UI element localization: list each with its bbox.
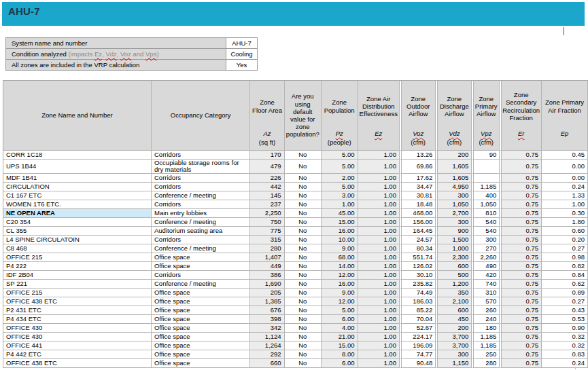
- cell-occupancy[interactable]: Office space: [152, 253, 250, 262]
- column-header-default-population[interactable]: Are you using default value for zone pop…: [285, 81, 322, 151]
- cell-floor-area[interactable]: 442: [250, 183, 284, 191]
- cell-secondary-recirculation-fraction[interactable]: 0.75: [500, 151, 542, 160]
- cell-primary-airflow[interactable]: 420: [472, 271, 500, 280]
- cell-primary-air-fraction[interactable]: 0.20: [542, 236, 588, 244]
- cell-floor-area[interactable]: 280: [250, 244, 284, 253]
- cell-zone-name[interactable]: P2 431 ETC: [3, 306, 152, 315]
- cell-floor-area[interactable]: 398: [250, 315, 284, 324]
- cell-population[interactable]: 68.00: [322, 253, 358, 262]
- cell-default-population[interactable]: No: [285, 280, 322, 289]
- cell-zone-name[interactable]: OFFICE 438 ETC: [3, 297, 152, 306]
- cell-air-distribution-effectiveness[interactable]: 1.00: [358, 236, 400, 244]
- cell-floor-area[interactable]: 2,250: [250, 209, 284, 218]
- cell-discharge-airflow[interactable]: 200: [436, 151, 472, 160]
- cell-occupancy[interactable]: Corridors: [152, 174, 250, 183]
- cell-primary-airflow[interactable]: 570: [472, 297, 500, 306]
- cell-floor-area[interactable]: 386: [250, 271, 284, 280]
- cell-primary-air-fraction[interactable]: 0.32: [542, 341, 588, 350]
- cell-floor-area[interactable]: 775: [250, 227, 284, 236]
- cell-default-population[interactable]: No: [285, 289, 322, 297]
- system-name-label-cell[interactable]: System name and number: [6, 38, 226, 49]
- cell-occupancy[interactable]: Office space: [152, 333, 250, 341]
- cell-secondary-recirculation-fraction[interactable]: 0.75: [500, 297, 542, 306]
- cell-secondary-recirculation-fraction[interactable]: 0.75: [500, 359, 542, 368]
- cell-floor-area[interactable]: 205: [250, 289, 284, 297]
- cell-air-distribution-effectiveness[interactable]: 1.00: [358, 262, 400, 271]
- cell-primary-air-fraction[interactable]: 0.27: [542, 244, 588, 253]
- cell-discharge-airflow[interactable]: 600: [436, 306, 472, 315]
- cell-occupancy[interactable]: Office space: [152, 341, 250, 350]
- cell-outdoor-airflow[interactable]: 74.77: [400, 350, 436, 359]
- cell-primary-air-fraction[interactable]: 0.24: [542, 359, 588, 368]
- cell-discharge-airflow[interactable]: 200: [436, 324, 472, 333]
- cell-default-population[interactable]: No: [285, 200, 322, 209]
- cell-zone-name[interactable]: L4 SPINE CIRCULATOIN: [3, 236, 152, 244]
- cell-primary-airflow[interactable]: 540: [472, 227, 500, 236]
- cell-default-population[interactable]: No: [285, 359, 322, 368]
- cell-population[interactable]: 5.00: [322, 160, 358, 174]
- cell-secondary-recirculation-fraction[interactable]: 0.75: [500, 350, 542, 359]
- cell-air-distribution-effectiveness[interactable]: 1.00: [358, 271, 400, 280]
- cell-population[interactable]: 21.00: [322, 333, 358, 341]
- cell-default-population[interactable]: No: [285, 183, 322, 191]
- cell-secondary-recirculation-fraction[interactable]: 0.75: [500, 271, 542, 280]
- cell-primary-airflow[interactable]: 1,185: [472, 333, 500, 341]
- cell-secondary-recirculation-fraction[interactable]: 0.75: [500, 333, 542, 341]
- cell-default-population[interactable]: No: [285, 297, 322, 306]
- cell-air-distribution-effectiveness[interactable]: 1.00: [358, 359, 400, 368]
- cell-secondary-recirculation-fraction[interactable]: 0.75: [500, 227, 542, 236]
- cell-floor-area[interactable]: 145: [250, 191, 284, 200]
- cell-default-population[interactable]: No: [285, 341, 322, 350]
- cell-default-population[interactable]: No: [285, 236, 322, 244]
- cell-primary-air-fraction[interactable]: 0.82: [542, 262, 588, 271]
- cell-primary-air-fraction[interactable]: 1.33: [542, 191, 588, 200]
- cell-population[interactable]: 6.00: [322, 315, 358, 324]
- cell-air-distribution-effectiveness[interactable]: 1.00: [358, 306, 400, 315]
- cell-population[interactable]: 45.00: [322, 209, 358, 218]
- cell-discharge-airflow[interactable]: 300: [436, 218, 472, 227]
- cell-primary-air-fraction[interactable]: 0.60: [542, 227, 588, 236]
- column-header-air-distribution-effectiveness[interactable]: Zone Air Distribution EffectivenessEz: [358, 81, 400, 151]
- cell-occupancy[interactable]: Office space: [152, 306, 250, 315]
- cell-default-population[interactable]: No: [285, 262, 322, 271]
- cell-air-distribution-effectiveness[interactable]: 1.00: [358, 191, 400, 200]
- cell-air-distribution-effectiveness[interactable]: 1.00: [358, 341, 400, 350]
- cell-discharge-airflow[interactable]: 500: [436, 271, 472, 280]
- cell-occupancy[interactable]: Corridors: [152, 151, 250, 160]
- cell-discharge-airflow[interactable]: 300: [436, 350, 472, 359]
- cell-discharge-airflow[interactable]: 1,000: [436, 244, 472, 253]
- cell-zone-name[interactable]: WOMEN 1T6 ETC.: [3, 200, 152, 209]
- cell-population[interactable]: 15.00: [322, 341, 358, 350]
- cell-default-population[interactable]: No: [285, 191, 322, 200]
- cell-primary-airflow[interactable]: [472, 160, 500, 174]
- cell-primary-airflow[interactable]: 270: [472, 244, 500, 253]
- cell-primary-airflow[interactable]: 240: [472, 315, 500, 324]
- cell-outdoor-airflow[interactable]: 18.48: [400, 200, 436, 209]
- cell-primary-airflow[interactable]: 2,260: [472, 253, 500, 262]
- cell-default-population[interactable]: No: [285, 218, 322, 227]
- cell-floor-area[interactable]: 226: [250, 174, 284, 183]
- cell-population[interactable]: 5.00: [322, 151, 358, 160]
- column-header-primary-air-fraction[interactable]: Zone Primary Air FractionEp: [542, 81, 588, 151]
- cell-floor-area[interactable]: 237: [250, 200, 284, 209]
- cell-population[interactable]: 3.00: [322, 191, 358, 200]
- cell-floor-area[interactable]: 315: [250, 236, 284, 244]
- cell-occupancy[interactable]: Conference / meeting: [152, 218, 250, 227]
- cell-secondary-recirculation-fraction[interactable]: 0.75: [500, 262, 542, 271]
- cell-zone-name[interactable]: MDF 1B41: [3, 174, 152, 183]
- cell-occupancy[interactable]: Office space: [152, 350, 250, 359]
- cell-air-distribution-effectiveness[interactable]: 1.00: [358, 289, 400, 297]
- cell-air-distribution-effectiveness[interactable]: 1.00: [358, 209, 400, 218]
- cell-secondary-recirculation-fraction[interactable]: 0.75: [500, 183, 542, 191]
- cell-outdoor-airflow[interactable]: 186.03: [400, 297, 436, 306]
- cell-outdoor-airflow[interactable]: 156.00: [400, 218, 436, 227]
- column-header-secondary-recirculation-fraction[interactable]: Zone Secondary Recirculation FractionEr: [500, 81, 542, 151]
- cell-air-distribution-effectiveness[interactable]: 1.00: [358, 227, 400, 236]
- cell-secondary-recirculation-fraction[interactable]: 0.75: [500, 315, 542, 324]
- cell-primary-air-fraction[interactable]: 0.84: [542, 271, 588, 280]
- cell-outdoor-airflow[interactable]: 30.81: [400, 191, 436, 200]
- cell-primary-air-fraction[interactable]: 0.30: [542, 209, 588, 218]
- cell-default-population[interactable]: No: [285, 333, 322, 341]
- cell-primary-air-fraction[interactable]: 0.53: [542, 315, 588, 324]
- cell-floor-area[interactable]: 750: [250, 218, 284, 227]
